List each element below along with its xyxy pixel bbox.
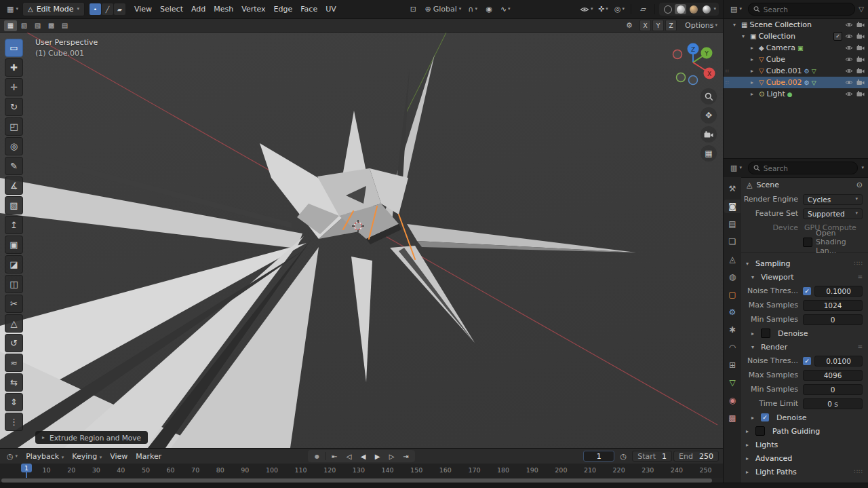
prop-value-field[interactable]: 0.0100 [814, 356, 863, 367]
tool-button-edge-slide[interactable]: ⇆ [5, 373, 23, 392]
menu-item[interactable]: Playback ▾ [22, 451, 68, 462]
tool-button-shrink-fatten[interactable]: ⇕ [5, 393, 23, 411]
properties-search-input[interactable] [764, 164, 853, 172]
tool-button-extrude-region[interactable]: ↥ [5, 216, 23, 234]
ortho-toggle-button[interactable]: ▦ [701, 145, 717, 162]
shading-solid-button[interactable] [675, 4, 686, 14]
presets-icon[interactable]: ≡ [857, 343, 863, 350]
properties-search[interactable] [748, 162, 859, 174]
frame-end-field[interactable]: End 250 [673, 451, 719, 462]
mirror-axis-toggle[interactable]: Z [665, 20, 677, 31]
menu-item[interactable]: View [106, 451, 132, 462]
tool-button-move[interactable]: ✛ [5, 78, 23, 96]
expand-icon[interactable]: ▸ [751, 68, 757, 74]
menu-item[interactable]: Edge [270, 3, 297, 15]
expand-icon[interactable]: ▸ [751, 91, 757, 97]
render-visibility-toggle[interactable] [856, 45, 865, 51]
filter-funnel-icon[interactable]: ▽ [859, 5, 864, 13]
editor-type-button[interactable]: ▦ ▾ [4, 3, 21, 15]
outliner-row-camera[interactable]: ▸ ◆ Camera ▣ [724, 42, 868, 54]
tool-button-spin[interactable]: ↺ [5, 334, 23, 352]
prop-checkbox[interactable]: ✓ [803, 357, 811, 365]
chevron-down-icon[interactable]: ▾ [861, 166, 864, 170]
snap-toggle[interactable]: ∩ ▾ [465, 3, 480, 16]
use-preview-range-toggle[interactable]: ◷ [616, 450, 631, 462]
tool-button-more-tools[interactable]: ⋮ [5, 413, 23, 431]
properties-tab-object-data[interactable]: ▽ [724, 376, 741, 390]
tool-button-cursor[interactable]: ✚ [5, 58, 23, 77]
tool-button-inset-faces[interactable]: ▣ [5, 236, 23, 254]
tool-button-loop-cut[interactable]: ◫ [5, 275, 23, 293]
transport-button-jump-to-start[interactable]: ⇤ [328, 451, 342, 462]
expand-icon[interactable]: ▸ [751, 56, 757, 62]
hide-eye-toggle[interactable] [844, 56, 854, 62]
editor-type-button[interactable]: ▥ ▾ [728, 162, 745, 174]
light-paths-header[interactable]: ▸ Light Paths ∷∷ [741, 465, 868, 478]
prop-checkbox[interactable]: ✓ [803, 287, 811, 295]
prop-value-field[interactable]: 0 s [803, 398, 863, 409]
playhead[interactable]: 1 [21, 464, 32, 472]
shading-wireframe-button[interactable] [662, 4, 673, 14]
operator-panel[interactable]: ▸ Extrude Region and Move [35, 431, 148, 444]
boxselect-mode-set[interactable]: ▦ [4, 20, 17, 31]
pan-button[interactable]: ✥ [701, 107, 717, 124]
menu-item[interactable]: View [130, 3, 156, 15]
properties-tab-modifiers[interactable]: ⚙ [724, 305, 741, 319]
expand-icon[interactable]: ▾ [742, 33, 748, 39]
viewport-denoise-header[interactable]: ▸ Denoise [741, 326, 868, 340]
outliner-search-input[interactable] [764, 5, 850, 14]
outliner-search[interactable] [748, 3, 855, 16]
frame-start-field[interactable]: Start 1 [632, 451, 672, 462]
properties-tab-output[interactable]: ▤ [724, 217, 741, 231]
prop-value-field[interactable]: 0 [803, 314, 863, 325]
zoom-button[interactable] [701, 88, 717, 105]
render-visibility-toggle[interactable] [856, 79, 865, 86]
autokey-toggle[interactable]: ● [310, 451, 324, 462]
render-subpanel-header[interactable]: ▾ Render ≡ [741, 340, 868, 354]
menu-item[interactable]: Marker [132, 451, 165, 462]
menu-item[interactable]: Add [187, 3, 210, 15]
navigation-gizmo[interactable]: Z Y X [665, 37, 722, 94]
render-engine-dropdown[interactable]: Cycles ▾ [803, 194, 863, 205]
select-mode-face[interactable]: ▰ [114, 3, 125, 15]
properties-tab-physics[interactable]: ◠ [724, 341, 741, 354]
properties-tab-material[interactable]: ◉ [724, 394, 741, 407]
advanced-header[interactable]: ▸ Advanced [741, 451, 868, 465]
shading-rendered-button[interactable] [701, 4, 712, 14]
outliner-row-cube-002[interactable]: ∷ ▸ ▽ Cube.002 ⚙ ▽ [724, 77, 868, 88]
sampling-panel-header[interactable]: ▾ Sampling ∷∷ [741, 257, 868, 270]
prop-value-field[interactable]: 1024 [803, 300, 863, 311]
properties-tab-view-layer[interactable]: ❏ [724, 235, 741, 248]
render-visibility-toggle[interactable] [856, 22, 865, 28]
viewport-subpanel-header[interactable]: ▾ Viewport ≡ [741, 270, 868, 284]
transport-button-jump-to-end[interactable]: ⇥ [399, 451, 413, 462]
tool-button-knife[interactable]: ✂ [5, 295, 23, 313]
xray-toggle[interactable]: ▱ [635, 3, 650, 16]
editor-type-button[interactable]: ▤ ▾ [728, 3, 745, 15]
path-guiding-checkbox[interactable] [755, 426, 765, 436]
tool-button-rotate[interactable]: ↻ [5, 98, 23, 116]
transport-button-next-keyframe[interactable]: ▷ [384, 451, 399, 462]
boxselect-mode-intersect[interactable]: ▤ [58, 20, 71, 31]
expand-icon[interactable]: ▸ [751, 45, 757, 51]
current-frame-field[interactable]: 1 [583, 451, 614, 462]
menu-item[interactable]: Face [296, 3, 321, 15]
visibility-dropdown[interactable]: ▾ [578, 3, 595, 16]
transport-button-play-reverse[interactable]: ◀ [356, 451, 370, 462]
outliner-row-cube[interactable]: ▸ ▽ Cube [724, 54, 868, 65]
tool-button-add-cube[interactable]: ▧ [5, 196, 23, 214]
hide-eye-toggle[interactable] [844, 68, 854, 74]
expand-icon[interactable]: ▾ [733, 22, 739, 28]
prop-value-field[interactable]: 4096 [803, 370, 863, 381]
lights-header[interactable]: ▸ Lights [741, 438, 868, 451]
tool-button-poly-build[interactable]: △ [5, 314, 23, 333]
menu-item[interactable]: UV [321, 3, 340, 15]
hide-eye-toggle[interactable] [844, 91, 854, 97]
timeline-ruler[interactable]: 1 10 20 30 40 50 60 70 80 90 [0, 464, 723, 478]
hide-eye-toggle[interactable] [844, 45, 854, 51]
outliner-row-cube-001[interactable]: ∷ ▸ ▽ Cube.001 ⚙ ▽ [724, 65, 868, 77]
options-dropdown[interactable]: Options ▾ [684, 20, 719, 32]
render-visibility-toggle[interactable] [856, 56, 865, 62]
mirror-axis-toggle[interactable]: X [639, 20, 651, 31]
tool-button-smooth[interactable]: ≈ [5, 354, 23, 372]
